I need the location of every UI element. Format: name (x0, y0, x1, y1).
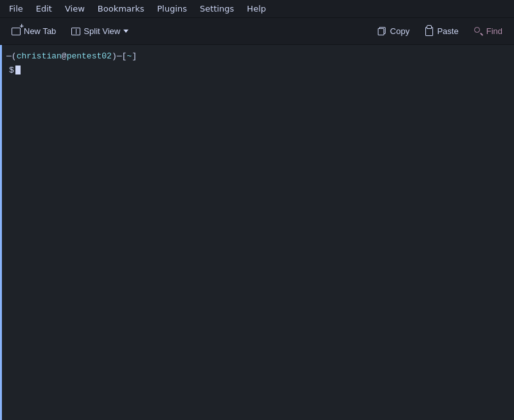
paste-icon (425, 27, 434, 36)
terminal-prompt-line2: $ (6, 64, 508, 77)
prompt-open: ( (12, 50, 17, 63)
copy-icon (378, 27, 387, 36)
find-label: Find (486, 26, 502, 36)
menu-file[interactable]: File (3, 3, 30, 15)
terminal-cursor (15, 66, 21, 74)
toolbar-right: Copy Paste Find (371, 22, 509, 41)
split-view-label: Split View (84, 26, 120, 36)
find-button[interactable]: Find (468, 22, 509, 41)
paste-button[interactable]: Paste (418, 22, 465, 41)
copy-label: Copy (390, 26, 409, 36)
menu-view[interactable]: View (58, 3, 91, 15)
prompt-at: @ (62, 50, 67, 63)
menu-help[interactable]: Help (240, 3, 272, 15)
prompt-dash2: ─ (117, 50, 122, 63)
prompt-dash1: ─ (6, 50, 12, 63)
chevron-down-icon (123, 30, 128, 33)
prompt-close: ) (112, 50, 117, 63)
split-view-button[interactable]: Split View (65, 22, 135, 41)
new-tab-button[interactable]: New Tab (5, 22, 62, 41)
menu-plugins[interactable]: Plugins (150, 3, 193, 15)
terminal-prompt-line1: ─ ( christian @ pentest02 ) ─ [ ~ ] (6, 50, 508, 63)
prompt-user: christian (17, 50, 62, 63)
split-view-icon (71, 27, 80, 36)
paste-label: Paste (437, 26, 458, 36)
terminal-area[interactable]: ─ ( christian @ pentest02 ) ─ [ ~ ] $ (0, 45, 514, 420)
toolbar: New Tab Split View Copy Paste (0, 18, 514, 45)
menu-bookmarks[interactable]: Bookmarks (91, 3, 151, 15)
prompt-host: pentest02 (67, 50, 112, 63)
find-icon (474, 27, 483, 36)
new-tab-icon (12, 27, 21, 36)
left-accent (0, 45, 2, 420)
prompt-bracket-open: [ (122, 50, 127, 63)
menu-edit[interactable]: Edit (30, 3, 58, 15)
copy-button[interactable]: Copy (371, 22, 416, 41)
prompt-bracket-close: ] (132, 50, 137, 63)
new-tab-label: New Tab (24, 26, 56, 36)
menu-bar: File Edit View Bookmarks Plugins Setting… (0, 0, 514, 18)
prompt-dollar: $ (9, 64, 14, 77)
prompt-dir: ~ (127, 50, 132, 63)
menu-settings[interactable]: Settings (193, 3, 240, 15)
